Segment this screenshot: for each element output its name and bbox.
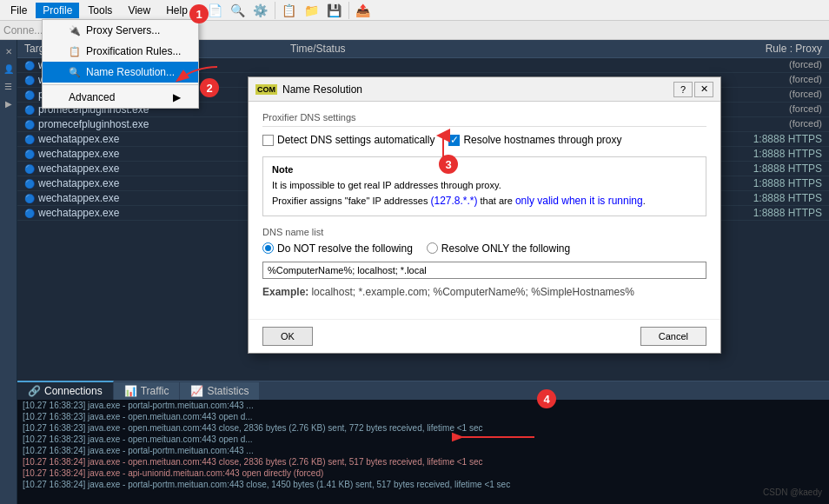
proxifier-dns-label: Proxifier DNS settings [262, 112, 706, 127]
resolve-hostnames-box[interactable]: ✓ [448, 135, 460, 146]
resolve-hostnames-checkbox[interactable]: ✓ Resolve hostnames through proxy [448, 134, 621, 146]
proxy-servers-label: Proxy Servers... [86, 24, 160, 36]
target-icon: 🔵 [24, 194, 35, 203]
toolbar-btn-3[interactable]: ⚙️ [250, 0, 271, 21]
dialog-body: Proxifier DNS settings Detect DNS settin… [249, 102, 720, 319]
toolbar-btn-7[interactable]: 📤 [353, 0, 374, 21]
toolbar-btn-1[interactable]: 📄 [205, 0, 226, 21]
note-text-1: It is impossible to get real IP addresse… [272, 178, 697, 193]
log-panel: [10.27 16:38:23] java.exe - portal-portm… [17, 400, 829, 504]
note-label: Note [272, 164, 697, 175]
note-text-2: Proxifier assigns "fake" IP addresses (1… [272, 193, 697, 209]
ok-button[interactable]: OK [262, 327, 313, 346]
sidebar-icon-3[interactable]: ☰ [1, 78, 17, 94]
menu-file[interactable]: File [3, 3, 34, 18]
target-icon: 🔵 [24, 149, 35, 159]
connections-icon: 🔗 [28, 385, 41, 397]
example-row: Example: localhost; *.example.com; %Comp… [262, 286, 706, 298]
proxification-rules-label: Proxification Rules... [86, 45, 181, 57]
menu-item-proxification-rules[interactable]: 📋 Proxification Rules... [43, 41, 198, 62]
menu-help[interactable]: Help [159, 3, 195, 18]
radio-row: Do NOT resolve the following Resolve ONL… [262, 242, 706, 255]
ip-highlight: (127.8.*.*) [430, 195, 477, 207]
toolbar-btn-6[interactable]: 💾 [324, 0, 345, 21]
conn-status: Conne... [3, 24, 43, 36]
name-resolution-dialog: COM Name Resolution ? ✕ Proxifier DNS se… [248, 76, 721, 354]
tab-connections-label: Connections [44, 385, 103, 397]
proxification-rules-icon: 📋 [69, 46, 81, 57]
menu-divider [43, 84, 198, 85]
tab-statistics-label: Statistics [207, 385, 249, 397]
proxy-servers-icon: 🔌 [69, 25, 81, 36]
resolve-hostnames-label: Resolve hostnames through proxy [463, 134, 621, 146]
dialog-titlebar: COM Name Resolution ? ✕ [249, 77, 720, 102]
traffic-icon: 📊 [124, 385, 137, 397]
sidebar: ✕ 👤 ☰ ▶ [0, 40, 17, 504]
target-icon: 🔵 [24, 179, 35, 189]
log-line: [10.27 16:38:23] java.exe - portal-portm… [17, 400, 829, 411]
example-label: Example: [262, 286, 308, 298]
col-rule: Rule : Proxy [556, 43, 822, 55]
menu-view[interactable]: View [121, 3, 157, 18]
toolbar-btn-4[interactable]: 📋 [279, 0, 300, 21]
profile-dropdown: 🔌 Proxy Servers... 📋 Proxification Rules… [42, 19, 199, 109]
toolbar-btn-2[interactable]: 🔍 [228, 0, 249, 21]
radio-only-circle[interactable] [427, 242, 438, 254]
log-line-forced: [10.27 16:38:24] java.exe - open.meituan… [17, 456, 829, 468]
statistics-icon: 📈 [190, 385, 203, 397]
dialog-controls: ? ✕ [673, 82, 713, 97]
target-icon: 🔵 [24, 135, 35, 144]
cancel-button[interactable]: Cancel [640, 327, 706, 346]
example-value: localhost; *.example.com; %ComputerName%… [311, 286, 633, 298]
dialog-title-text: Name Resolution [282, 83, 362, 96]
target-icon: 🔵 [24, 76, 35, 85]
target-icon: 🔵 [24, 90, 35, 100]
bottom-section: 🔗 Connections 📊 Traffic 📈 Statistics [10… [17, 381, 829, 504]
sidebar-icon-4[interactable]: ▶ [1, 96, 17, 111]
dns-name-list-label: DNS name list [262, 227, 706, 237]
detect-dns-checkbox[interactable]: Detect DNS settings automatically [262, 134, 434, 146]
bottom-tabs: 🔗 Connections 📊 Traffic 📈 Statistics [17, 381, 829, 400]
tab-traffic[interactable]: 📊 Traffic [114, 382, 181, 400]
col-time: Time/Status [290, 43, 556, 55]
target-icon: 🔵 [24, 120, 35, 129]
log-line: [10.27 16:38:24] java.exe - portal-portm… [17, 445, 829, 456]
name-resolution-icon: 🔍 [69, 67, 81, 78]
toolbar-sep-2 [348, 2, 349, 19]
help-button[interactable]: ? [673, 82, 693, 97]
log-line-forced: [10.27 16:38:24] java.exe - api-unionid.… [17, 468, 829, 479]
detect-dns-box[interactable] [262, 135, 274, 146]
submenu-arrow-icon: ▶ [173, 91, 181, 103]
dialog-footer: OK Cancel [249, 319, 720, 353]
dns-input[interactable] [262, 262, 706, 279]
menu-item-name-resolution[interactable]: 🔍 Name Resolution... [43, 62, 198, 83]
log-line: [10.27 16:38:24] java.exe - portal-portm… [17, 479, 829, 490]
sidebar-icon-2[interactable]: 👤 [1, 61, 17, 76]
log-line: [10.27 16:38:23] java.exe - open.meituan… [17, 422, 829, 434]
target-icon: 🔵 [24, 105, 35, 115]
menu-tools[interactable]: Tools [81, 3, 119, 18]
watermark: CSDN @kaedy [763, 487, 822, 497]
log-line: [10.27 16:38:23] java.exe - open.meituan… [17, 411, 829, 422]
tab-connections[interactable]: 🔗 Connections [17, 381, 114, 400]
detect-dns-label: Detect DNS settings automatically [277, 134, 434, 146]
menu-profile[interactable]: Profile [36, 3, 79, 18]
toolbar-btn-5[interactable]: 📁 [302, 0, 322, 21]
close-button[interactable]: ✕ [694, 82, 713, 97]
sidebar-icon-1[interactable]: ✕ [1, 43, 17, 59]
checkbox-row: Detect DNS settings automatically ✓ Reso… [262, 134, 706, 146]
row-rule: (forced) [556, 59, 822, 71]
menu-item-advanced[interactable]: Advanced ▶ [43, 87, 198, 108]
menu-item-proxy-servers[interactable]: 🔌 Proxy Servers... [43, 20, 198, 41]
log-line: [10.27 16:38:23] java.exe - open.meituan… [17, 434, 829, 445]
radio-do-not[interactable]: Do NOT resolve the following [262, 242, 413, 255]
note-box: Note It is impossible to get real IP add… [262, 156, 706, 216]
toolbar-sep-1 [275, 2, 275, 19]
target-icon: 🔵 [24, 61, 35, 70]
tab-statistics[interactable]: 📈 Statistics [180, 382, 260, 400]
radio-do-not-circle[interactable] [262, 242, 274, 254]
radio-only[interactable]: Resolve ONLY the following [427, 242, 570, 255]
radio-inner [265, 245, 271, 251]
dialog-title-icon: COM [255, 84, 277, 95]
target-icon: 🔵 [24, 209, 35, 218]
